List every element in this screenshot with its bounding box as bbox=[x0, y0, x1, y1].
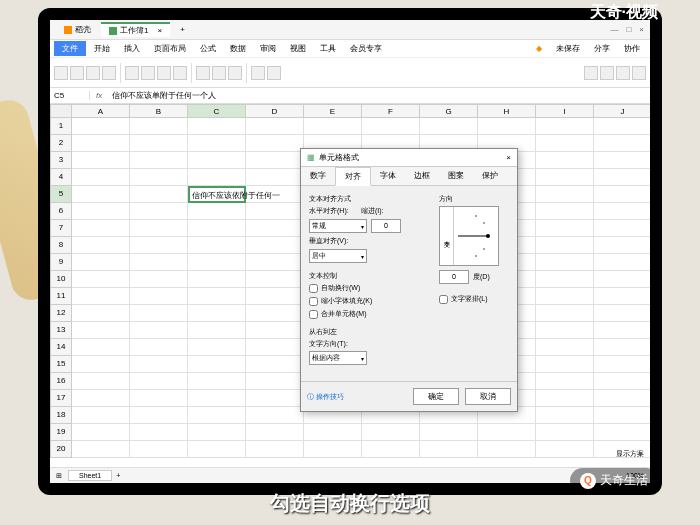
orientation-control[interactable]: 文本 bbox=[439, 206, 499, 266]
underline-icon[interactable] bbox=[157, 66, 171, 80]
help-link[interactable]: ⓘ操作技巧 bbox=[307, 392, 344, 402]
row-header[interactable]: 9 bbox=[50, 254, 72, 271]
watermark-top-right: 天奇·视频 bbox=[590, 2, 658, 23]
wrap-text-icon[interactable] bbox=[251, 66, 265, 80]
ribbon-tab[interactable]: 审阅 bbox=[254, 41, 282, 56]
fx-icon[interactable]: fx bbox=[90, 91, 108, 100]
svg-point-4 bbox=[483, 248, 485, 250]
ribbon-tab[interactable]: 会员专享 bbox=[344, 41, 388, 56]
ribbon-tab[interactable]: 页面布局 bbox=[148, 41, 192, 56]
minimize-button[interactable]: — bbox=[610, 25, 618, 34]
orientation-vertical-text[interactable]: 文本 bbox=[440, 207, 454, 265]
row-header[interactable]: 11 bbox=[50, 288, 72, 305]
add-sheet-button[interactable]: + bbox=[116, 472, 120, 479]
column-header[interactable]: I bbox=[536, 104, 594, 118]
number-format-icon[interactable] bbox=[267, 66, 281, 80]
column-header[interactable]: J bbox=[594, 104, 650, 118]
ribbon-tab[interactable]: 数据 bbox=[224, 41, 252, 56]
row-header[interactable]: 10 bbox=[50, 271, 72, 288]
text-vertical-checkbox[interactable]: 文字竖排(L) bbox=[439, 294, 509, 304]
copy-icon[interactable] bbox=[86, 66, 100, 80]
degrees-spinner[interactable]: 0 bbox=[439, 270, 469, 284]
column-header[interactable]: G bbox=[420, 104, 478, 118]
wrap-text-checkbox[interactable]: 自动换行(W) bbox=[309, 283, 429, 293]
row-header[interactable]: 4 bbox=[50, 169, 72, 186]
indent-spinner[interactable]: 0 bbox=[371, 219, 401, 233]
align-center-icon[interactable] bbox=[212, 66, 226, 80]
row-header[interactable]: 1 bbox=[50, 118, 72, 135]
ribbon-tab[interactable]: 开始 bbox=[88, 41, 116, 56]
text-direction-label: 文字方向(T): bbox=[309, 339, 429, 349]
row-header[interactable]: 17 bbox=[50, 390, 72, 407]
italic-icon[interactable] bbox=[141, 66, 155, 80]
row-header[interactable]: 2 bbox=[50, 135, 72, 152]
row-header[interactable]: 5 bbox=[50, 186, 72, 203]
dialog-titlebar[interactable]: ▦ 单元格格式 × bbox=[301, 149, 517, 167]
row-header[interactable]: 16 bbox=[50, 373, 72, 390]
row-header[interactable]: 8 bbox=[50, 237, 72, 254]
column-header[interactable]: C bbox=[188, 104, 246, 118]
row-header[interactable]: 7 bbox=[50, 220, 72, 237]
vertical-align-select[interactable]: 居中 bbox=[309, 249, 367, 263]
ribbon-tab[interactable]: 公式 bbox=[194, 41, 222, 56]
select-all-corner[interactable] bbox=[50, 104, 72, 118]
column-header[interactable]: H bbox=[478, 104, 536, 118]
ribbon-tab[interactable]: 工具 bbox=[314, 41, 342, 56]
column-header[interactable]: F bbox=[362, 104, 420, 118]
shrink-fit-checkbox[interactable]: 缩小字体填充(K) bbox=[309, 296, 429, 306]
new-tab-button[interactable]: + bbox=[172, 22, 193, 37]
column-header[interactable]: A bbox=[72, 104, 130, 118]
dialog-icon: ▦ bbox=[307, 153, 315, 162]
find-icon[interactable] bbox=[632, 66, 646, 80]
row-header[interactable]: 6 bbox=[50, 203, 72, 220]
column-header[interactable]: E bbox=[304, 104, 362, 118]
share-button[interactable]: 分享 bbox=[588, 41, 616, 56]
tab-number[interactable]: 数字 bbox=[301, 167, 335, 185]
file-menu[interactable]: 文件 bbox=[54, 41, 86, 56]
merge-icon[interactable] bbox=[228, 66, 242, 80]
row-header[interactable]: 12 bbox=[50, 305, 72, 322]
cell-c5[interactable]: 信仰不应该依附于任何一 bbox=[188, 186, 246, 203]
filter-icon[interactable] bbox=[616, 66, 630, 80]
row-header[interactable]: 14 bbox=[50, 339, 72, 356]
row-header[interactable]: 19 bbox=[50, 424, 72, 441]
ok-button[interactable]: 确定 bbox=[413, 388, 459, 405]
ribbon-tab[interactable]: 视图 bbox=[284, 41, 312, 56]
row-header[interactable]: 13 bbox=[50, 322, 72, 339]
cut-icon[interactable] bbox=[70, 66, 84, 80]
dialog-close-button[interactable]: × bbox=[506, 153, 511, 162]
maximize-button[interactable]: □ bbox=[626, 25, 631, 34]
align-left-icon[interactable] bbox=[196, 66, 210, 80]
font-color-icon[interactable] bbox=[173, 66, 187, 80]
format-painter-icon[interactable] bbox=[102, 66, 116, 80]
row-header[interactable]: 15 bbox=[50, 356, 72, 373]
tab-border[interactable]: 边框 bbox=[405, 167, 439, 185]
row-header[interactable]: 3 bbox=[50, 152, 72, 169]
tab-pattern[interactable]: 图案 bbox=[439, 167, 473, 185]
paste-icon[interactable] bbox=[54, 66, 68, 80]
column-header[interactable]: B bbox=[130, 104, 188, 118]
sheet-tab[interactable]: Sheet1 bbox=[68, 470, 112, 481]
cell-reference-box[interactable]: C5 bbox=[50, 91, 90, 100]
app-tab-workbook[interactable]: 工作簿1× bbox=[101, 22, 170, 37]
close-button[interactable]: × bbox=[639, 25, 644, 34]
formula-input[interactable]: 信仰不应该单附于任何一个人 bbox=[108, 90, 650, 101]
app-tab-home[interactable]: 稻壳 bbox=[56, 22, 99, 37]
sum-icon[interactable] bbox=[584, 66, 598, 80]
column-header[interactable]: D bbox=[246, 104, 304, 118]
orientation-dial[interactable] bbox=[454, 211, 494, 261]
dialog-title: 单元格格式 bbox=[319, 152, 359, 163]
cancel-button[interactable]: 取消 bbox=[465, 388, 511, 405]
collab-button[interactable]: 协作 bbox=[618, 41, 646, 56]
text-direction-select[interactable]: 根据内容 bbox=[309, 351, 367, 365]
row-header[interactable]: 20 bbox=[50, 441, 72, 458]
bold-icon[interactable] bbox=[125, 66, 139, 80]
horizontal-align-select[interactable]: 常规 bbox=[309, 219, 367, 233]
merge-cells-checkbox[interactable]: 合并单元格(M) bbox=[309, 309, 429, 319]
ribbon-tab[interactable]: 插入 bbox=[118, 41, 146, 56]
sort-icon[interactable] bbox=[600, 66, 614, 80]
row-header[interactable]: 18 bbox=[50, 407, 72, 424]
tab-alignment[interactable]: 对齐 bbox=[335, 167, 371, 186]
tab-protection[interactable]: 保护 bbox=[473, 167, 507, 185]
tab-font[interactable]: 字体 bbox=[371, 167, 405, 185]
